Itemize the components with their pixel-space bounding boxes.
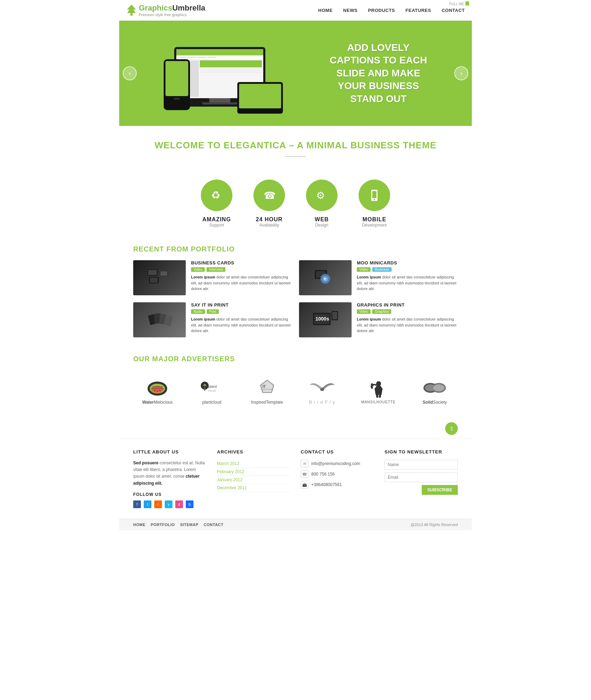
- svg-rect-36: [204, 386, 205, 391]
- portfolio-info-3: GRAPHICS IN PRINT Video Graphics Lorem i…: [357, 302, 458, 334]
- rss-icon[interactable]: r: [154, 500, 162, 508]
- logo-green: Graphics: [139, 4, 172, 12]
- adv-birdfly: B i r d F l y: [308, 377, 336, 405]
- logo-area: GraphicsUmbrella Premium style free grap…: [126, 4, 205, 17]
- email-icon: ✉: [301, 460, 308, 467]
- portfolio-title: RECENT FROM PORTFOLIO: [133, 245, 458, 253]
- archive-item-1[interactable]: February 2012: [217, 468, 290, 476]
- phone-icon: ☎: [301, 470, 308, 478]
- svg-point-56: [433, 384, 444, 391]
- footer-content: LITTLE ABOUT US Sed posuere consectetur …: [119, 438, 472, 519]
- advertisers-section: OUR MAJOR ADVERTISERS WaterWaterMelociou…: [119, 348, 472, 422]
- portfolio-thumb-3: 1000s: [299, 302, 352, 337]
- adv-watermelocious: WaterWaterMelociousMelocious: [142, 377, 173, 405]
- footer-nav-contact[interactable]: CONTACT: [204, 523, 223, 527]
- portfolio-tags-2: Audio Print: [191, 309, 292, 314]
- scroll-up-button[interactable]: ⇧: [445, 422, 458, 435]
- scroll-up-area: ⇧: [119, 422, 472, 438]
- newsletter-email-input[interactable]: [385, 472, 458, 482]
- footer-newsletter: SIGN TO NEWSLETTER SUBSCRIBE: [385, 449, 458, 508]
- feature-recycle-icon: ♻: [201, 180, 232, 211]
- newsletter-name-input[interactable]: [385, 460, 458, 470]
- svg-text:IT: IT: [263, 385, 266, 389]
- feature-mobile: MOBILE Development: [359, 180, 390, 228]
- social-icons: f t r v d b: [133, 500, 206, 508]
- footer-nav-sitemap[interactable]: SITEMAP: [180, 523, 198, 527]
- vimeo-icon[interactable]: v: [165, 500, 172, 508]
- svg-rect-11: [161, 271, 167, 276]
- feature-amazing: ♻ AMAZING Support: [201, 180, 232, 228]
- portfolio-item-0: BUSINESS CARDS Video Interview Lorem ips…: [133, 260, 292, 295]
- portfolio-item-3: 1000s GRAPHICS IN PRINT Video Graphics L…: [299, 302, 458, 337]
- footer-contact: CONTACT US ✉ info@premiumcoding.com ☎ 80…: [301, 449, 374, 508]
- feature-mobile-icon: [359, 180, 390, 211]
- footer-bottom: HOME PORTFOLIO SITEMAP CONTACT @2013 All…: [119, 519, 472, 530]
- feature-gear-icon: ⚙: [306, 180, 338, 211]
- behance-icon[interactable]: b: [186, 500, 193, 508]
- advertiser-logos: WaterWaterMelociousMelocious plant cloud…: [133, 370, 458, 412]
- portfolio-tags-0: Video Interview: [191, 267, 292, 272]
- welcome-section: WELCOME TO ELEGANTICA – A MINIMAL BUSINE…: [119, 126, 472, 169]
- logo-tagline: Premium style free graphics: [139, 13, 205, 17]
- nav-news[interactable]: NEWS: [343, 8, 358, 13]
- archives-list: March 2012 February 2012 January 2012 De…: [217, 460, 290, 492]
- slider-prev-button[interactable]: ‹: [123, 66, 137, 80]
- adv-inspiredtemplate: IT InspiredTemplate: [251, 377, 283, 405]
- portfolio-item-2: SAY IT IN PRINT Audio Print Lorem ipsum …: [133, 302, 292, 337]
- feature-web: ⚙ WEB Design: [306, 180, 338, 228]
- svg-rect-50: [379, 393, 381, 397]
- svg-text:⚙: ⚙: [316, 190, 325, 201]
- nav-contact[interactable]: CONTACT: [442, 8, 465, 13]
- hero-headline: ADD LOVELY CAPTIONS TO EACH SLIDE AND MA…: [326, 41, 431, 105]
- footer-bottom-nav: HOME PORTFOLIO SITEMAP CONTACT: [133, 523, 224, 527]
- hero-slider: ‹: [119, 21, 472, 126]
- nav-features[interactable]: FEATURES: [406, 8, 431, 13]
- follow-us-section: FOLLOW US f t r v d b: [133, 492, 206, 508]
- features-section: ♻ AMAZING Support ☎ 24 HOUR Availability…: [119, 169, 472, 238]
- nav-products[interactable]: PRODUCTS: [368, 8, 395, 13]
- nav-home[interactable]: HOME: [318, 8, 333, 13]
- svg-rect-9: [148, 270, 157, 275]
- portfolio-thumb-2: [133, 302, 186, 337]
- portfolio-info-1: MOO MINICARDS Video Business Lorem ipsum…: [357, 260, 458, 292]
- main-nav: HOME NEWS PRODUCTS FEATURES CONTACT: [318, 8, 465, 13]
- facebook-icon[interactable]: f: [133, 500, 141, 508]
- svg-point-34: [159, 390, 161, 391]
- svg-text:1000s: 1000s: [315, 316, 329, 322]
- svg-text:♻: ♻: [211, 189, 220, 201]
- svg-point-7: [374, 199, 375, 200]
- footer-copyright: @2013 All Rights Reserved: [410, 523, 458, 527]
- dribbble-icon[interactable]: d: [175, 500, 183, 508]
- portfolio-tags-1: Video Business: [357, 267, 458, 272]
- footer-nav-home[interactable]: HOME: [133, 523, 145, 527]
- footer-archives: ARCHIVES March 2012 February 2012 Januar…: [217, 449, 290, 508]
- footer-nav-portfolio[interactable]: PORTFOLIO: [151, 523, 175, 527]
- contact-fax-item: 📠 +386408007561: [301, 481, 374, 489]
- adv-solidsociety: SolidSociety: [421, 377, 449, 405]
- svg-point-32: [155, 390, 156, 391]
- archive-item-2[interactable]: January 2012: [217, 476, 290, 484]
- welcome-heading: WELCOME TO ELEGANTICA – A MINIMAL BUSINE…: [126, 140, 465, 151]
- portfolio-item-1: MOO MINICARDS Video Business Lorem ipsum…: [299, 260, 458, 295]
- svg-point-33: [157, 391, 158, 392]
- svg-rect-13: [150, 278, 158, 283]
- advertisers-title: OUR MAJOR ADVERTISERS: [133, 355, 458, 363]
- archive-item-3[interactable]: December 2011: [217, 484, 290, 492]
- portfolio-tags-3: Video Graphics: [357, 309, 458, 314]
- twitter-icon[interactable]: t: [144, 500, 151, 508]
- slider-next-button[interactable]: ›: [454, 66, 468, 80]
- portfolio-thumb-0: [133, 260, 186, 295]
- portfolio-grid: BUSINESS CARDS Video Interview Lorem ips…: [133, 260, 458, 337]
- portfolio-section: RECENT FROM PORTFOLIO BUSINESS CARDS: [119, 238, 472, 348]
- subscribe-button[interactable]: SUBSCRIBE: [422, 485, 458, 495]
- portfolio-thumb-1: [299, 260, 352, 295]
- welcome-divider: [285, 156, 306, 157]
- bookmark-icon: [466, 1, 469, 6]
- svg-point-43: [320, 388, 324, 391]
- archive-item-0[interactable]: March 2012: [217, 460, 290, 468]
- svg-rect-49: [376, 393, 378, 397]
- portfolio-info-0: BUSINESS CARDS Video Interview Lorem ips…: [191, 260, 292, 292]
- fax-icon: 📠: [301, 481, 308, 489]
- portfolio-info-2: SAY IT IN PRINT Audio Print Lorem ipsum …: [191, 302, 292, 334]
- logo-tree-icon: [126, 4, 137, 16]
